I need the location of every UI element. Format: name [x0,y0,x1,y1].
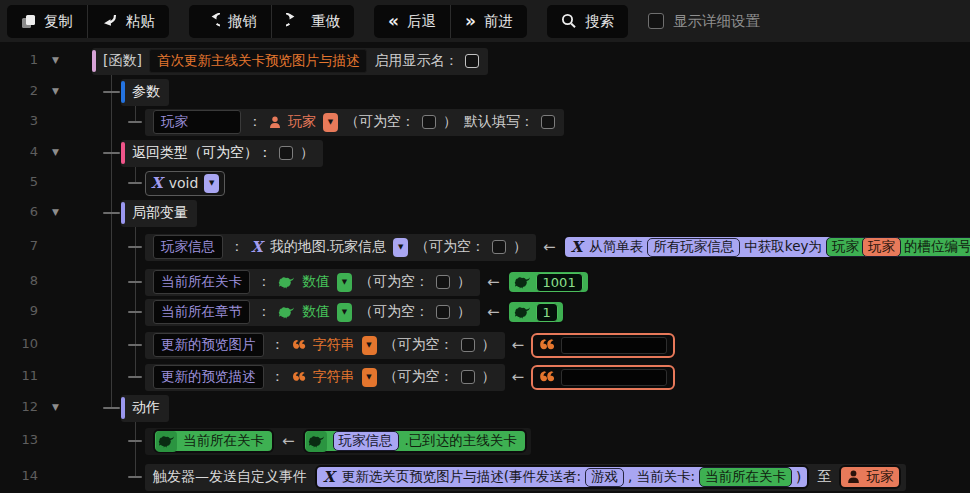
colon: ： [271,336,285,354]
nullable-checkbox[interactable] [492,240,506,254]
var-type-dropdown[interactable]: ▼ [393,238,408,257]
assign-source[interactable]: 玩家信息 .已到达的主线关卡 [303,429,527,453]
paste-button[interactable]: 粘贴 [87,5,169,38]
tree-tick [128,246,142,248]
nullable-checkbox[interactable] [422,115,436,129]
integer-type-icon [306,431,327,452]
integer-type-icon [156,431,177,452]
string-literal[interactable] [531,333,675,358]
return-type-bar [121,142,125,164]
return-type-section[interactable]: 返回类型（可为空）： ） [121,140,323,167]
var-type-dropdown[interactable]: ▼ [337,273,352,292]
var-name-input[interactable]: 更新的预览描述 [153,365,264,389]
paste-icon [102,14,118,29]
send-event-label: 触发器—发送自定义事件 [153,468,307,486]
string-value-input[interactable] [561,337,667,354]
tree-guide [135,104,136,122]
local-var-row: 更新的预览描述 ： 字符串 ▼ （可为空： ） ← [145,363,675,391]
nullable-checkbox[interactable] [461,370,475,384]
var-type-label: 字符串 [313,368,355,386]
nullable-checkbox[interactable] [436,305,450,319]
expr-text: 中获取key为 [744,238,822,256]
copy-button[interactable]: 复制 [7,5,87,38]
collapse-icon[interactable]: ▼ [52,86,59,96]
int-literal[interactable]: 1 [507,300,565,324]
nullable-label: （可为空： [359,303,429,321]
expr-get-from-table[interactable]: X 从简单表 所有玩家信息 中获取key为 玩家 玩家 的槽位编号 的元素 [563,235,970,259]
display-name-checkbox[interactable] [465,54,479,68]
event-sender-arg[interactable]: 游戏 [585,468,624,487]
var-name-input[interactable]: 更新的预览图片 [153,333,264,357]
int-value-input[interactable]: 1001 [536,273,583,292]
var-name-input[interactable]: 玩家信息 [153,235,223,259]
player-type-icon [269,116,281,129]
line-number: 4 [10,144,38,159]
nullable-checkbox[interactable] [436,275,450,289]
redo-button[interactable]: 重做 [271,5,354,38]
return-type-selector[interactable]: X void ▼ [145,171,225,196]
collapse-icon[interactable]: ▼ [52,402,59,412]
actions-bar [121,397,125,419]
colon: ： [230,238,244,256]
line-number: 2 [10,83,38,98]
nav-group: « 后退 » 前进 [374,5,527,38]
line-number: 1 [10,52,38,67]
param-name-input[interactable]: 玩家 [153,110,241,134]
send-event-statement: 触发器—发送自定义事件 X 更新选关页预览图片与描述(事件发送者: 游戏 , 当… [145,464,906,491]
line-number: 6 [10,204,38,219]
var-preview-desc-decl: 更新的预览描述 ： 字符串 ▼ （可为空： ） [145,364,505,391]
forward-label: 前进 [484,12,513,31]
int-value-input[interactable]: 1 [536,303,558,322]
undo-label: 撤销 [228,12,257,31]
collapse-icon[interactable]: ▼ [52,55,59,65]
function-name[interactable]: 首次更新主线关卡预览图片与描述 [149,49,368,73]
collapse-icon[interactable]: ▼ [52,207,59,217]
show-details-toggle[interactable]: 显示详细设置 [648,12,760,31]
params-section-row: 参数 [121,78,169,106]
int-literal[interactable]: 1001 [507,270,590,294]
local-var-row: 当前所在章节 ： 数值 ▼ （可为空： ） ← 1 [145,298,565,326]
key-expr[interactable]: 玩家 玩家 的槽位编号 [826,237,970,257]
show-details-checkbox[interactable] [648,13,664,29]
function-header[interactable]: [函数] 首次更新主线关卡预览图片与描述 启用显示名： [92,48,488,75]
assign-arrow: ← [543,238,556,256]
var-name-input[interactable]: 当前所在章节 [153,300,250,324]
assign-arrow: ← [282,432,295,450]
function-bar [92,50,96,72]
source-object-arg[interactable]: 玩家信息 [333,431,399,451]
search-button[interactable]: 搜索 [547,5,628,38]
return-type-dropdown[interactable]: ▼ [204,174,219,193]
collapse-icon[interactable]: ▼ [52,147,59,157]
event-target[interactable]: 玩家 [839,465,901,489]
table-arg[interactable]: 所有玩家信息 [647,238,740,257]
show-details-label: 显示详细设置 [673,12,760,31]
var-type-dropdown[interactable]: ▼ [337,303,352,322]
return-nullable-checkbox[interactable] [279,146,293,160]
close-paren: ） [457,303,471,321]
default-checkbox[interactable] [541,115,555,129]
var-type-dropdown[interactable]: ▼ [362,336,377,355]
actions-section[interactable]: 动作 [121,395,169,422]
tree-tick [128,476,142,478]
expr-text: 从简单表 [589,238,643,256]
assign-target[interactable]: 当前所在关卡 [153,429,274,453]
locals-section[interactable]: 局部变量 [121,200,197,227]
tree-tick [128,376,142,378]
undo-button[interactable]: 撤销 [189,5,271,38]
actions-label: 动作 [132,399,160,417]
event-level-arg[interactable]: 当前所在关卡 [699,467,792,487]
forward-button[interactable]: » 前进 [450,5,527,38]
var-type-dropdown[interactable]: ▼ [362,368,377,387]
nullable-checkbox[interactable] [461,338,475,352]
event-expr[interactable]: X 更新选关页预览图片与描述(事件发送者: 游戏 , 当前关卡: 当前所在关卡 … [315,465,809,489]
param-type-dropdown[interactable]: ▼ [323,113,338,132]
search-group: 搜索 [547,5,628,38]
params-section[interactable]: 参数 [121,79,169,106]
tree-tick [128,440,142,442]
back-button[interactable]: « 后退 [374,5,450,38]
key-param-arg[interactable]: 玩家 [862,237,901,257]
string-value-input[interactable] [561,369,667,386]
var-name-input[interactable]: 当前所在关卡 [153,270,250,294]
var-type-label: 我的地图.玩家信息 [270,238,386,256]
string-literal[interactable] [531,365,675,390]
